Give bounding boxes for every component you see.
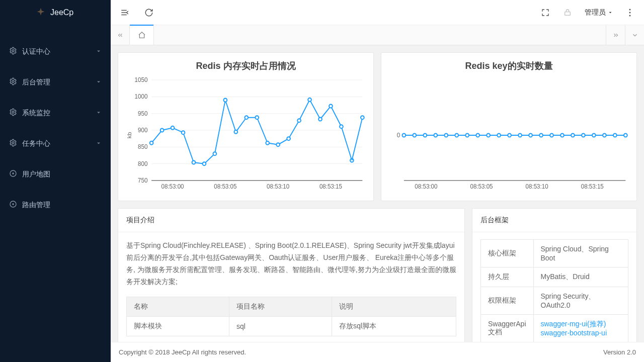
table-row: 核心框架Spring Cloud、Spring Boot bbox=[481, 240, 628, 267]
framework-value: Spring Security、OAuth2.0 bbox=[533, 287, 628, 315]
target-icon bbox=[9, 169, 17, 179]
tabs-scroll-left[interactable] bbox=[111, 25, 130, 45]
svg-point-34 bbox=[171, 126, 175, 130]
chevrons-right-icon bbox=[612, 32, 619, 39]
svg-point-67 bbox=[487, 134, 490, 137]
svg-point-74 bbox=[560, 134, 564, 137]
more-icon[interactable] bbox=[625, 8, 635, 18]
svg-point-60 bbox=[413, 134, 416, 137]
project-intro: 基于Spring Cloud(Finchley.RELEASE) 、Spring… bbox=[126, 239, 456, 288]
svg-point-2 bbox=[12, 111, 14, 113]
svg-point-64 bbox=[455, 134, 458, 137]
framework-key: 持久层 bbox=[481, 267, 534, 287]
sidebar-item[interactable]: 路由管理 bbox=[0, 190, 111, 220]
tabs-menu[interactable] bbox=[625, 25, 644, 45]
svg-point-45 bbox=[287, 137, 290, 140]
svg-text:750: 750 bbox=[138, 177, 148, 184]
svg-point-37 bbox=[203, 162, 206, 165]
svg-text:08:53:05: 08:53:05 bbox=[470, 183, 493, 190]
chevron-down-icon bbox=[96, 48, 102, 56]
framework-key: 核心框架 bbox=[481, 240, 534, 267]
brand-logo: JeeCp bbox=[0, 0, 111, 25]
svg-point-38 bbox=[213, 152, 216, 155]
svg-point-41 bbox=[245, 116, 248, 119]
svg-text:1050: 1050 bbox=[135, 76, 148, 83]
project-panel-header: 项目介绍 bbox=[118, 209, 464, 232]
framework-link[interactable]: swagger-mg-ui(推荐) bbox=[541, 320, 606, 328]
target-icon bbox=[9, 200, 17, 210]
sidebar-item-label: 用户地图 bbox=[22, 170, 102, 179]
chevron-down-icon bbox=[96, 140, 102, 148]
svg-point-46 bbox=[297, 119, 301, 122]
svg-text:08:53:00: 08:53:00 bbox=[415, 183, 437, 190]
svg-text:1000: 1000 bbox=[135, 93, 148, 100]
sidebar-item[interactable]: 后台管理 bbox=[0, 67, 111, 98]
svg-point-33 bbox=[160, 129, 164, 132]
project-panel: 项目介绍 基于Spring Cloud(Finchley.RELEASE) 、S… bbox=[118, 208, 465, 350]
svg-point-7 bbox=[13, 204, 14, 205]
chart-keys-svg: 008:53:0008:53:0508:53:1008:53:15 bbox=[387, 75, 630, 196]
svg-point-0 bbox=[12, 50, 14, 52]
svg-point-40 bbox=[234, 130, 237, 134]
svg-point-59 bbox=[402, 134, 406, 137]
chevron-down-icon bbox=[96, 109, 102, 117]
caret-down-icon bbox=[608, 10, 613, 15]
gear-icon bbox=[9, 139, 17, 148]
svg-point-52 bbox=[361, 116, 364, 119]
table-header: 说明 bbox=[332, 297, 456, 317]
svg-point-42 bbox=[255, 116, 259, 119]
svg-point-71 bbox=[529, 134, 532, 137]
sidebar-item[interactable]: 认证中心 bbox=[0, 36, 111, 67]
svg-text:kb: kb bbox=[126, 132, 132, 138]
chart-memory: Redis 内存实时占用情况 75080085090095010001050kb… bbox=[118, 52, 374, 201]
footer-right: Version 2.0 bbox=[603, 348, 636, 356]
table-cell: 脚本模块 bbox=[127, 317, 229, 336]
svg-text:08:53:15: 08:53:15 bbox=[581, 183, 604, 190]
home-icon bbox=[138, 31, 146, 39]
framework-value: swagger-mg-ui(推荐)swagger-bootstrap-ui bbox=[533, 315, 628, 342]
svg-point-69 bbox=[508, 134, 511, 137]
sidebar-item[interactable]: 系统监控 bbox=[0, 98, 111, 128]
sidebar-toggle-icon[interactable] bbox=[120, 8, 130, 18]
chart-keys-title: Redis key的实时数量 bbox=[387, 60, 630, 72]
svg-point-80 bbox=[624, 134, 627, 137]
sidebar: JeeCp 认证中心后台管理系统监控任务中心用户地图路由管理 bbox=[0, 0, 111, 362]
admin-dropdown[interactable]: 管理员 bbox=[585, 8, 613, 17]
tab-home[interactable] bbox=[130, 25, 154, 45]
brand-name: JeeCp bbox=[50, 8, 73, 17]
svg-point-75 bbox=[571, 134, 575, 137]
svg-point-44 bbox=[276, 143, 280, 146]
svg-text:08:53:10: 08:53:10 bbox=[526, 183, 548, 190]
svg-point-32 bbox=[150, 141, 153, 145]
svg-text:800: 800 bbox=[138, 160, 148, 166]
fullscreen-icon[interactable] bbox=[540, 8, 550, 18]
lock-icon[interactable] bbox=[562, 8, 573, 18]
table-row: 脚本模块sql存放sql脚本 bbox=[127, 317, 456, 336]
framework-value: Spring Cloud、Spring Boot bbox=[533, 240, 628, 267]
sidebar-item[interactable]: 任务中心 bbox=[0, 128, 111, 159]
framework-link[interactable]: swagger-bootstrap-ui bbox=[541, 329, 607, 337]
table-row: SwaggerApi文档swagger-mg-ui(推荐)swagger-boo… bbox=[481, 315, 628, 342]
sidebar-item[interactable]: 用户地图 bbox=[0, 159, 111, 190]
chevrons-left-icon bbox=[117, 32, 124, 39]
svg-text:900: 900 bbox=[138, 127, 148, 133]
tab-strip bbox=[111, 25, 644, 45]
framework-key: 权限框架 bbox=[481, 287, 534, 315]
chevron-down-icon bbox=[631, 32, 638, 39]
tabs-scroll-right[interactable] bbox=[606, 25, 625, 45]
svg-point-66 bbox=[476, 134, 479, 137]
svg-point-73 bbox=[550, 134, 553, 137]
content-area: Redis 内存实时占用情况 75080085090095010001050kb… bbox=[111, 45, 644, 362]
topbar: 管理员 bbox=[111, 0, 644, 25]
refresh-icon[interactable] bbox=[144, 8, 154, 18]
framework-panel: 后台框架 核心框架Spring Cloud、Spring Boot持久层MyBa… bbox=[472, 208, 637, 350]
svg-text:0: 0 bbox=[397, 132, 400, 138]
framework-panel-header: 后台框架 bbox=[472, 209, 636, 232]
framework-value: MyBatis、Druid bbox=[533, 267, 628, 287]
chevron-down-icon bbox=[96, 78, 102, 86]
svg-text:08:53:10: 08:53:10 bbox=[267, 183, 289, 190]
sidebar-item-label: 系统监控 bbox=[22, 109, 96, 118]
svg-rect-8 bbox=[565, 12, 571, 15]
svg-point-48 bbox=[318, 118, 322, 121]
admin-label: 管理员 bbox=[585, 8, 606, 17]
